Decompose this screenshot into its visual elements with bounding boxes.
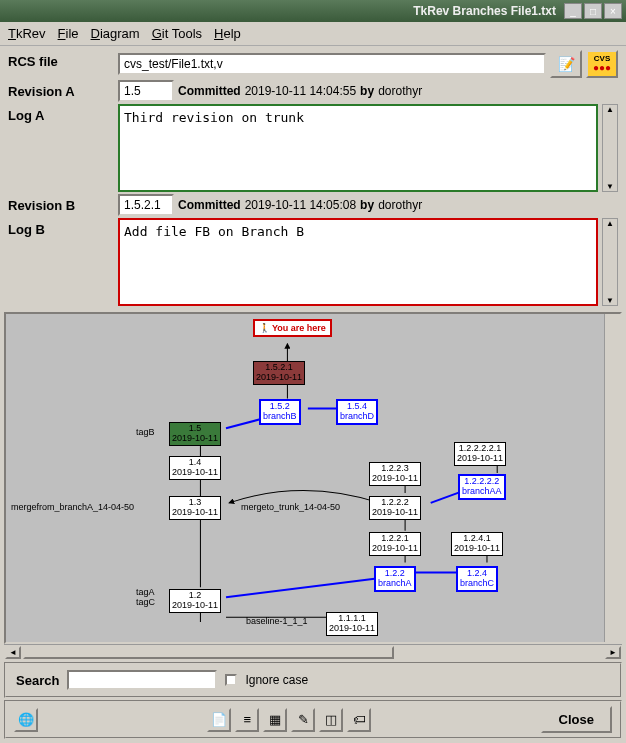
node-1-2-2-2[interactable]: 1.2.2.22019-10-11 xyxy=(369,496,421,520)
node-branch-aa[interactable]: 1.2.2.2.2branchAA xyxy=(458,474,506,500)
by-b-label: by xyxy=(360,198,374,212)
diagram-canvas[interactable]: 🚶 You are here 1.5.2.12019-10-11 1.5.2br… xyxy=(4,312,622,644)
revision-a-input[interactable] xyxy=(118,80,174,102)
ignore-case-checkbox[interactable] xyxy=(225,674,237,686)
bottom-toolbar: 🌐 📄 ≡ ▦ ✎ ◫ 🏷 Close xyxy=(4,700,622,739)
diagram-vscrollbar[interactable] xyxy=(604,314,620,642)
log-a-textarea[interactable]: Third revision on trunk xyxy=(118,104,598,192)
edit-file-icon[interactable]: 📝 xyxy=(550,50,582,78)
node-branch-d[interactable]: 1.5.4branchD xyxy=(336,399,378,425)
window-title: TkRev Branches File1.txt xyxy=(22,4,564,18)
search-input[interactable] xyxy=(67,670,217,690)
node-1-5-2-1[interactable]: 1.5.2.12019-10-11 xyxy=(253,361,305,385)
info-panel: RCS file 📝 CVS●●● Revision A Committed 2… xyxy=(0,46,626,312)
node-branch-a[interactable]: 1.2.2branchA xyxy=(374,566,416,592)
log-b-label: Log B xyxy=(8,218,118,237)
tag-b-label: tagB xyxy=(136,427,155,437)
revision-b-input[interactable] xyxy=(118,194,174,216)
revision-a-label: Revision A xyxy=(8,80,118,99)
close-window-button[interactable]: × xyxy=(604,3,622,19)
minimize-button[interactable]: _ xyxy=(564,3,582,19)
node-1-2-4-1[interactable]: 1.2.4.12019-10-11 xyxy=(451,532,503,556)
log-b-scrollbar[interactable]: ▲▼ xyxy=(602,218,618,306)
log-a-label: Log A xyxy=(8,104,118,123)
maximize-button[interactable]: □ xyxy=(584,3,602,19)
node-1-2-2-3[interactable]: 1.2.2.32019-10-11 xyxy=(369,462,421,486)
lines-icon[interactable]: ≡ xyxy=(235,708,259,732)
close-button[interactable]: Close xyxy=(541,706,612,733)
node-1-2-2-1[interactable]: 1.2.2.12019-10-11 xyxy=(369,532,421,556)
menu-tkrev[interactable]: TkRev xyxy=(8,26,46,41)
page-icon[interactable]: 📄 xyxy=(207,708,231,732)
app-icon xyxy=(4,2,22,20)
cvs-icon[interactable]: CVS●●● xyxy=(586,50,618,78)
revision-a-user: dorothyr xyxy=(378,84,422,98)
revision-b-label: Revision B xyxy=(8,194,118,213)
menu-diagram[interactable]: Diagram xyxy=(91,26,140,41)
pencil-icon[interactable]: ✎ xyxy=(291,708,315,732)
node-1-3[interactable]: 1.32019-10-11 xyxy=(169,496,221,520)
titlebar: TkRev Branches File1.txt _ □ × xyxy=(0,0,626,22)
search-bar: Search Ignore case xyxy=(4,662,622,698)
log-b-textarea[interactable]: Add file FB on Branch B xyxy=(118,218,598,306)
search-label: Search xyxy=(16,673,59,688)
boxes-icon[interactable]: ◫ xyxy=(319,708,343,732)
baseline-label: baseline-1_1_1 xyxy=(246,616,308,626)
committed-b-label: Committed xyxy=(178,198,241,212)
log-a-scrollbar[interactable]: ▲▼ xyxy=(602,104,618,192)
menu-help[interactable]: Help xyxy=(214,26,241,41)
rcs-file-input[interactable] xyxy=(118,53,546,75)
mergefrom-label: mergefrom_branchA_14-04-50 xyxy=(11,502,134,512)
revision-b-user: dorothyr xyxy=(378,198,422,212)
node-branch-b[interactable]: 1.5.2branchB xyxy=(259,399,301,425)
mergeto-label: mergeto_trunk_14-04-50 xyxy=(241,502,340,512)
tag-icon[interactable]: 🏷 xyxy=(347,708,371,732)
tag-c-label: tagC xyxy=(136,597,155,607)
world-icon[interactable]: 🌐 xyxy=(14,708,38,732)
menubar: TkRev File Diagram Git Tools Help xyxy=(0,22,626,46)
tag-a-label: tagA xyxy=(136,587,155,597)
node-1-1-1-1[interactable]: 1.1.1.12019-10-11 xyxy=(326,612,378,636)
rcs-file-label: RCS file xyxy=(8,50,118,69)
revision-a-date: 2019-10-11 14:04:55 xyxy=(245,84,356,98)
committed-a-label: Committed xyxy=(178,84,241,98)
table-icon[interactable]: ▦ xyxy=(263,708,287,732)
person-icon: 🚶 xyxy=(259,323,270,333)
ignore-case-label: Ignore case xyxy=(245,673,308,687)
node-branch-c[interactable]: 1.2.4branchC xyxy=(456,566,498,592)
revision-b-date: 2019-10-11 14:05:08 xyxy=(245,198,356,212)
by-a-label: by xyxy=(360,84,374,98)
node-1-2-2-2-2-1[interactable]: 1.2.2.2.2.12019-10-11 xyxy=(454,442,506,466)
menu-git-tools[interactable]: Git Tools xyxy=(152,26,202,41)
node-1-2[interactable]: 1.22019-10-11 xyxy=(169,589,221,613)
you-are-here-marker: 🚶 You are here xyxy=(253,319,332,337)
node-1-5[interactable]: 1.52019-10-11 xyxy=(169,422,221,446)
node-1-4[interactable]: 1.42019-10-11 xyxy=(169,456,221,480)
menu-file[interactable]: File xyxy=(58,26,79,41)
diagram-hscrollbar[interactable]: ◄► xyxy=(4,644,622,660)
